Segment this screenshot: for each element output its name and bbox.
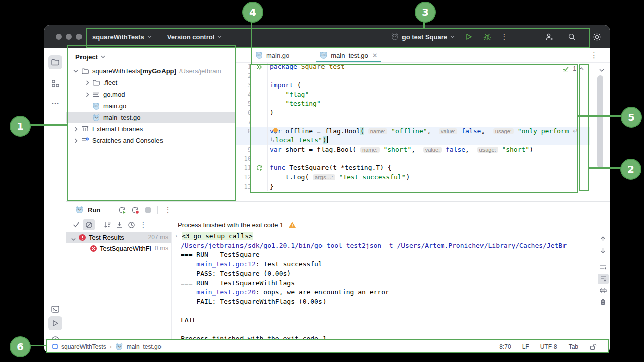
clear-console-button[interactable] xyxy=(598,297,609,307)
more-actions-button[interactable]: ⋮ xyxy=(497,30,511,44)
project-widget[interactable]: squareWithTests xyxy=(92,33,152,41)
code-with-me-button[interactable] xyxy=(542,30,556,44)
chevron-right-icon[interactable] xyxy=(71,127,80,132)
indent-widget[interactable]: Tab xyxy=(569,343,578,350)
run-tool-window-button[interactable] xyxy=(48,316,62,330)
code-text: t.Log( args…: "Test successful") xyxy=(268,173,410,182)
chevron-right-icon[interactable] xyxy=(71,138,80,143)
code-line: 5 "testing" xyxy=(235,99,590,108)
console-indent xyxy=(174,325,181,334)
project-tree-item[interactable]: main_test.go xyxy=(66,112,235,123)
run-panel-more-button[interactable]: ⋮ xyxy=(161,204,174,216)
console-text xyxy=(181,260,196,268)
macos-traffic-lights[interactable] xyxy=(56,34,82,40)
editor-tab-bar: main.go main_test.go ✕ ⋮ xyxy=(235,48,610,63)
run-file-gutter-icon[interactable] xyxy=(251,62,268,71)
rerun-failed-tests-button[interactable] xyxy=(128,204,141,216)
code-line: 8var offline = flag.Bool( name: "offline… xyxy=(235,127,590,136)
code-text: var offline = flag.Bool( name: "offline"… xyxy=(268,127,578,136)
soft-wrap-button[interactable] xyxy=(598,262,609,273)
close-tab-icon[interactable]: ✕ xyxy=(372,52,378,59)
more-tool-windows-button[interactable]: … xyxy=(48,95,62,109)
parameter-hint: args…: xyxy=(313,174,335,180)
console-text: === RUN TestSquare xyxy=(181,251,260,258)
print-button[interactable] xyxy=(598,285,609,296)
tab-main-test-go[interactable]: main_test.go ✕ xyxy=(314,48,382,62)
code-text xyxy=(268,71,270,80)
code-text: package Square_test xyxy=(268,62,345,71)
line-number: 2 xyxy=(235,71,251,80)
console-line-text xyxy=(181,306,185,316)
vcs-widget[interactable]: Version control xyxy=(167,33,222,41)
project-tree-item[interactable]: Scratches and Consoles xyxy=(66,135,235,146)
fold-chevron-icon[interactable]: › xyxy=(174,232,182,241)
search-everywhere-button[interactable] xyxy=(565,30,579,44)
chevron-down-icon[interactable] xyxy=(69,234,77,241)
editor-scrollbar[interactable] xyxy=(596,64,605,189)
chevron-up-icon[interactable] xyxy=(579,67,584,70)
test-options-button[interactable]: ⋮ xyxy=(137,219,149,230)
project-tree-item[interactable]: External Libraries xyxy=(66,123,235,135)
console-toolbar xyxy=(596,232,610,342)
line-ending-widget[interactable]: LF xyxy=(522,343,529,350)
test-console-output[interactable]: ›<3 go setup calls>/Users/jetbrains/sdk/… xyxy=(174,232,576,340)
tab-options-button[interactable]: ⋮ xyxy=(590,51,598,60)
warning-icon xyxy=(288,221,296,228)
project-tool-window-button[interactable] xyxy=(48,55,62,69)
code-editor[interactable]: 1package Square_test23import (4 "flag"5 … xyxy=(235,62,590,201)
breadcrumb-file[interactable]: main_test.go xyxy=(127,343,162,350)
chevron-right-icon[interactable] xyxy=(83,80,92,85)
settings-gear-icon[interactable] xyxy=(590,30,604,44)
encoding-widget[interactable]: UTF-8 xyxy=(540,343,557,350)
show-passed-button[interactable] xyxy=(70,219,83,230)
test-results-root-row[interactable]: Test Results 207 ms xyxy=(66,232,171,243)
chevron-down-icon[interactable] xyxy=(71,69,80,73)
structure-tool-window-button[interactable] xyxy=(48,76,62,90)
project-tree-item[interactable]: squareWithTests [myGoApp] /Users/jetbrai… xyxy=(66,65,235,77)
gutter xyxy=(251,118,268,127)
project-tree-item[interactable]: go.mod xyxy=(66,88,235,100)
chevron-down-icon xyxy=(217,35,222,38)
expand-collapse-button[interactable] xyxy=(113,219,125,230)
console-line-text: --- PASS: TestSquare (0.00s) xyxy=(181,269,291,279)
stop-button[interactable] xyxy=(141,204,154,216)
project-panel-header[interactable]: Project xyxy=(66,48,235,65)
rerun-tests-button[interactable] xyxy=(115,204,128,216)
tree-item-label: main.go xyxy=(103,102,126,110)
maximize-window-icon[interactable] xyxy=(76,34,82,40)
tab-main-go[interactable]: main.go xyxy=(250,48,294,62)
console-line-text: === RUN TestSquareWithFlags xyxy=(181,279,295,288)
chevron-right-icon[interactable] xyxy=(83,92,92,97)
go-gopher-icon xyxy=(75,206,84,214)
line-number: 6 xyxy=(235,108,251,117)
unlocked-icon[interactable] xyxy=(589,343,597,350)
run-configuration-selector[interactable]: go test Square xyxy=(391,33,455,41)
project-tree-item[interactable]: .fleet xyxy=(66,77,235,88)
sort-tests-button[interactable] xyxy=(101,219,113,230)
debug-button[interactable] xyxy=(480,30,494,44)
console-indent xyxy=(174,250,181,260)
scroll-down-button[interactable] xyxy=(598,245,609,256)
close-window-icon[interactable] xyxy=(56,34,62,40)
inspections-widget[interactable]: 1 xyxy=(563,65,584,72)
run-button[interactable] xyxy=(462,30,476,44)
caret-position-widget[interactable]: 8:70 xyxy=(499,343,511,350)
minimize-window-icon[interactable] xyxy=(66,34,72,40)
editor-scrollbar-thumb[interactable] xyxy=(597,75,603,168)
console-file-link[interactable]: main_test.go:12 xyxy=(196,260,255,268)
rerun-test-gutter-icon[interactable] xyxy=(251,163,268,172)
scroll-up-button[interactable] xyxy=(598,234,609,244)
project-tree-item[interactable]: main.go xyxy=(66,100,235,112)
tree-item-label: squareWithTests xyxy=(92,67,140,75)
folder-icon xyxy=(92,79,101,87)
test-failed-row[interactable]: TestSquareWithFl 0 ms xyxy=(66,243,171,254)
parameter-hint: name: xyxy=(368,128,388,134)
console-file-link[interactable]: main_test.go:20 xyxy=(196,288,255,296)
test-history-clock-button[interactable] xyxy=(125,219,137,230)
scroll-to-end-button[interactable] xyxy=(598,274,609,284)
line-number: 9 xyxy=(235,145,251,154)
code-text: "testing" xyxy=(268,99,321,108)
terminal-tool-window-button[interactable] xyxy=(48,302,62,316)
breadcrumb-project[interactable]: squareWithTests xyxy=(61,343,106,350)
show-ignored-button[interactable] xyxy=(83,219,95,230)
